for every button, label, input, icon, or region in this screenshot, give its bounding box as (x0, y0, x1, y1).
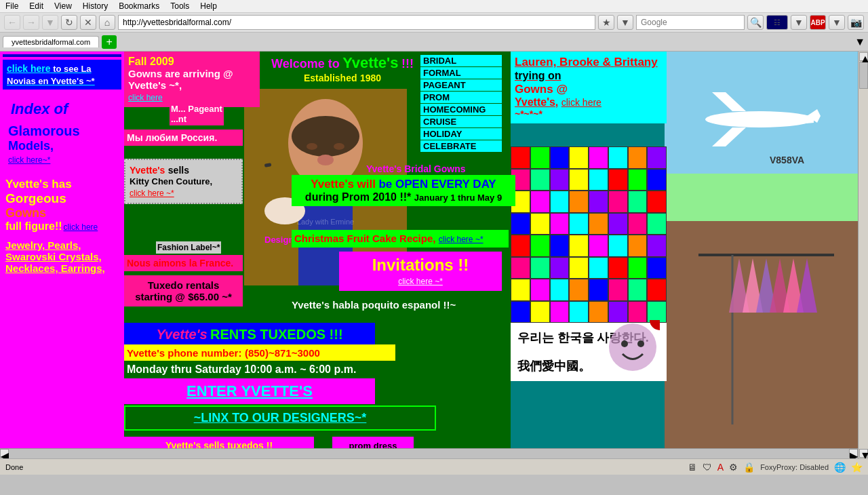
menu-history[interactable]: History (83, 1, 108, 11)
index-link[interactable]: click here~* (8, 155, 50, 165)
index-title-area: Index of Glamorous Models, click here~* (5, 95, 119, 168)
right-click-here[interactable]: click here (561, 97, 601, 108)
nav-homecoming[interactable]: HOMECOMING (420, 104, 502, 115)
nav-formal[interactable]: FORMAL (420, 67, 502, 79)
svg-text:Lady with Ermine: Lady with Ermine (297, 218, 354, 226)
status-icon-7: ⭐ (851, 462, 863, 473)
search-input[interactable] (636, 15, 745, 30)
mosaic-cell (589, 169, 608, 191)
scroll-right[interactable]: ▶ (849, 449, 858, 458)
scroll-h-thumb[interactable] (9, 449, 849, 458)
mosaic-cell (628, 191, 648, 213)
click-here-box[interactable]: click here to see La Novias en Yvette's … (3, 60, 121, 90)
bookmark-star2[interactable]: ▼ (617, 15, 633, 30)
menu-help[interactable]: Help (200, 1, 217, 11)
mosaic-cell (628, 279, 648, 301)
address-bar[interactable] (118, 15, 595, 30)
avp-dropdown[interactable]: ▼ (829, 15, 845, 30)
during-prom: during Prom 2010 !!* (305, 191, 411, 203)
menu-file[interactable]: File (5, 1, 18, 11)
inv-link[interactable]: click here ~* (398, 277, 443, 286)
nav-prom[interactable]: PROM (420, 92, 502, 103)
home-button[interactable]: ⌂ (99, 15, 115, 30)
hours-text: Monday thru Saturday 10:00 a.m. ~ 6:00 p… (127, 363, 356, 375)
tabs-bar: yvettesbridalformal.com + ▼ (0, 33, 868, 52)
menu-bookmarks[interactable]: Bookmarks (119, 1, 159, 11)
nav-pageant[interactable]: PAGEANT (420, 79, 502, 91)
avp-button[interactable]: ABP (810, 15, 826, 30)
refresh-button[interactable]: ↻ (61, 15, 77, 30)
forward-dropdown[interactable]: ▼ (42, 15, 58, 30)
menu-tools[interactable]: Tools (170, 1, 189, 11)
apps-dropdown[interactable]: ▼ (791, 15, 807, 30)
yvettes-click-row: Yvette's, click here (515, 96, 663, 108)
tuxedo-box: Tuxedo rentals starting @ $65.00 ~* (124, 275, 243, 306)
tab-close[interactable]: ▼ (854, 36, 865, 48)
kitty-link[interactable]: click here ~* (130, 189, 174, 198)
fall-2009-text: Fall 2009 (128, 56, 256, 68)
full-link[interactable]: click here (64, 222, 98, 232)
menu-edit[interactable]: Edit (29, 1, 43, 11)
search-button[interactable]: 🔍 (747, 15, 764, 30)
svg-point-5 (334, 143, 344, 150)
mosaic-cell (647, 279, 667, 301)
jewelry-text[interactable]: Jewelry, Pearls, Swarovski Crystals, Nec… (5, 239, 119, 274)
mosaic-cell (589, 279, 608, 301)
scroll-left[interactable]: ◀ (0, 449, 9, 458)
bottom-scrollbar[interactable]: ◀ ▶ (0, 448, 858, 458)
mosaic-cell (530, 301, 550, 323)
enter-box[interactable]: ENTER YVETTE'S (124, 378, 375, 404)
apps-button[interactable]: ☷ (766, 15, 788, 30)
nav-bridal[interactable]: BRIDAL (420, 55, 502, 66)
dress-shop-svg (665, 221, 868, 458)
linx-text[interactable]: ~LINX TO OUR DESIGNERS~* (194, 411, 367, 424)
menu-bar: File Edit View History Bookmarks Tools H… (0, 0, 868, 13)
lauren-link[interactable]: Lauren, Brooke & Brittany trying on (515, 56, 658, 82)
mosaic-cell (550, 279, 570, 301)
russia-text: Мы любим Россия. (127, 132, 240, 143)
mosaic-cell (550, 191, 570, 213)
mosaic-cell (550, 146, 570, 169)
mosaic-cell (628, 257, 648, 279)
menu-view[interactable]: View (54, 1, 72, 11)
new-tab-button[interactable]: + (102, 35, 117, 49)
nav-celebrate[interactable]: CELEBRATE (420, 140, 502, 152)
mosaic-cell (608, 191, 628, 213)
mosaic-cell (608, 235, 628, 257)
linx-box[interactable]: ~LINX TO OUR DESIGNERS~* (124, 405, 436, 431)
scroll-thumb[interactable] (859, 62, 868, 89)
stop-button[interactable]: ✕ (80, 15, 96, 30)
svg-text:V858VA: V858VA (770, 155, 804, 165)
active-tab[interactable]: yvettesbridalformal.com (3, 36, 99, 47)
enter-text[interactable]: ENTER YVETTE'S (186, 382, 313, 399)
january-text: January 1 thru May 9 (414, 193, 502, 203)
tuxedo-text: Tuxedo rentals starting @ $65.00 ~* (128, 279, 239, 302)
mosaic-cell (589, 213, 608, 235)
mosaic-cell (647, 191, 667, 213)
nav-cruise[interactable]: CRUISE (420, 116, 502, 127)
christmas-link[interactable]: click here ~* (439, 235, 484, 244)
mosaic-cell (569, 169, 589, 191)
scrollbar[interactable]: ▲ ▼ (858, 52, 868, 458)
mosaic-cell (608, 279, 628, 301)
mosaic-cell (589, 146, 608, 169)
scroll-up[interactable]: ▲ (859, 52, 868, 61)
gowns-row: Gowns @ (515, 83, 663, 96)
mosaic-cell (608, 257, 628, 279)
scroll-down[interactable]: ▼ (859, 449, 868, 458)
mosaic-cell (530, 257, 550, 279)
jewelry-box: Jewelry, Pearls, Swarovski Crystals, Nec… (3, 237, 121, 277)
mosaic-cell (550, 169, 570, 191)
svg-rect-11 (665, 174, 868, 221)
mosaic-cell (511, 257, 530, 279)
fall-click-here[interactable]: click here (128, 93, 163, 102)
bookmark-star[interactable]: ★ (598, 15, 614, 30)
gowns-arriving-text: Gowns are arriving @ (128, 68, 256, 79)
screenshot-button[interactable]: 📷 (848, 15, 864, 30)
click-here-link[interactable]: click here to see La Novias en Yvette's … (7, 63, 95, 86)
nav-holiday[interactable]: HOLIDAY (420, 128, 502, 140)
forward-button[interactable]: → (23, 15, 39, 30)
back-button[interactable]: ← (4, 15, 20, 30)
lauren-box: Lauren, Brooke & Brittany trying on Gown… (511, 52, 667, 123)
mosaic-cell (608, 146, 628, 169)
